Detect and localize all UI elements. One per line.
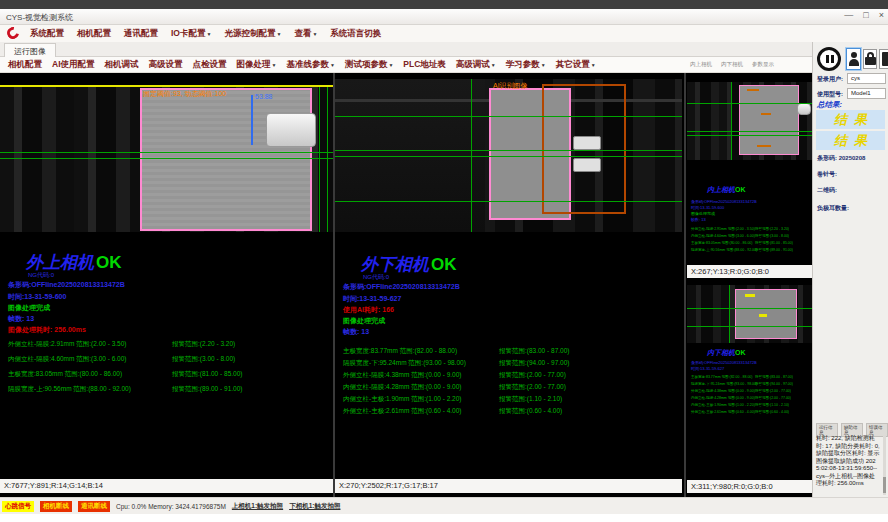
cpu-memory-readout: Cpu: 0.0% Memory: 3424.41796875M <box>116 503 226 510</box>
user-button[interactable] <box>846 48 861 70</box>
measure-line <box>731 82 732 160</box>
time-label: 时间:13-31-59-627 <box>691 366 724 371</box>
measure-line <box>687 135 812 136</box>
window-title: CYS-视觉检测系统 <box>6 12 73 23</box>
toolbar-item-baseline-params[interactable]: 基准线参数▼ <box>286 59 334 71</box>
pause-button[interactable] <box>817 47 841 71</box>
menu-item-io-config[interactable]: IO卡配置▼ <box>171 28 211 40</box>
toolbar-item-other-settings[interactable]: 其它设置▼ <box>556 59 596 71</box>
measure-line <box>729 285 730 343</box>
measure-row: 外侧立柱-主极:2.61mm 范围:(0.60 - 4.00) <box>343 407 461 416</box>
chevron-down-icon: ▼ <box>312 31 317 37</box>
toolbar-item-learning-params[interactable]: 学习参数▼ <box>506 59 546 71</box>
barcode-field-label: 条形码: 20250208 <box>817 154 865 163</box>
upper-camera-trigger-link[interactable]: 上相机1:触发拍照 <box>232 502 283 511</box>
menu-item-camera-config[interactable]: 相机配置 <box>77 28 111 40</box>
measure-row: 隔膜宽度-下:95.24mm 范围:(93.00 - 98.00) <box>343 359 466 368</box>
alarm-range: 报警范围:(89.00 - 91.00) <box>172 385 242 394</box>
statusbar: 心跳信号 相机断线 通讯断线 Cpu: 0.0% Memory: 3424.41… <box>0 497 888 514</box>
measure-row: 内侧立柱-隔膜:4.28mm 范围:(0.00 - 9.00) <box>691 396 755 400</box>
ai-elapsed-label: 使用AI耗时: 166 <box>343 305 394 315</box>
close-button[interactable]: × <box>879 10 884 20</box>
measure-row: 外侧立柱-隔膜:4.38mm 范围:(0.00 - 9.00) <box>691 389 755 393</box>
overlay-mark <box>747 89 759 91</box>
lock-button[interactable] <box>863 49 877 69</box>
titlebar: CYS-视觉检测系统 — □ × <box>0 9 888 25</box>
model-field[interactable]: Model1 <box>847 88 886 99</box>
barcode-label: 条形码:OFFline2025020813313472B <box>691 199 757 204</box>
toolbar-item-spot-check[interactable]: 点检设置 <box>193 59 227 71</box>
result-ok-badge: OK <box>96 253 122 272</box>
overlay-mark <box>759 314 767 317</box>
toolbar-item-test-params[interactable]: 测试项参数▼ <box>345 59 393 71</box>
menu-item-comm-config[interactable]: 通讯配置 <box>124 28 158 40</box>
alarm-range: 报警范围:(81.00 - 85.00) <box>172 370 242 379</box>
toolbar-item-camera-debug[interactable]: 相机调试 <box>105 59 139 71</box>
pixel-coords-readout: X:7677;Y:891;R:14;G:14;B:14 <box>0 479 333 493</box>
measure-row: 内侧立柱-隔膜:4.60mm 范围:(3.00 - 6.00) <box>691 234 755 238</box>
measure-line <box>327 87 328 232</box>
model-label: 使用型号: <box>817 90 843 99</box>
exit-button[interactable] <box>879 49 888 69</box>
log-scrollbar-thumb[interactable] <box>883 477 886 493</box>
alarm-range: 报警范围:(2.20 - 3.20) <box>172 340 235 349</box>
lower-camera-trigger-link[interactable]: 下相机1:触发拍照 <box>289 502 340 511</box>
desktop-background <box>0 0 888 9</box>
time-label: 时间:13-31-59-627 <box>343 294 401 304</box>
needle-number-label: 卷针号: <box>817 170 837 179</box>
toolbar-item-advanced-settings[interactable]: 高级设置 <box>149 59 183 71</box>
maximize-button[interactable]: □ <box>863 10 868 20</box>
camera-thumb-inner-upper[interactable]: 内上相机OK 条形码:OFFline2025020813313472B 时间:1… <box>687 73 812 279</box>
process-status-label: 图像处理完成 <box>691 211 715 216</box>
measure-row: 外侧立柱-隔膜:4.38mm 范围:(0.00 - 9.00) <box>343 371 461 380</box>
pixel-coords-readout: X:311;Y:980;R:0;G:0;B:0 <box>687 480 812 493</box>
minimize-button[interactable]: — <box>844 10 853 20</box>
elapsed-label: 图像处理耗时: 256.00ms <box>8 325 86 335</box>
chevron-down-icon: ▼ <box>541 62 546 68</box>
measure-row: 外侧立柱-主极:2.61mm 范围:(0.60 - 4.00) <box>691 410 755 414</box>
sidebar: 登录用户: cys 使用型号: Model1 总结果: 结果 结果 条形码: 2… <box>812 42 888 497</box>
tab-run-image[interactable]: 运行图像 <box>4 43 56 57</box>
toolbar-item-advanced-debug[interactable]: 高级调试▼ <box>456 59 496 71</box>
log-scrollbar[interactable] <box>883 435 886 495</box>
measure-line-blue <box>251 95 253 145</box>
toolbar-item-ai-config[interactable]: AI使用配置 <box>52 59 95 71</box>
toolbar-item-plc-address[interactable]: PLC地址表 <box>403 59 446 71</box>
toolbar-item-image-processing[interactable]: 图像处理▼ <box>237 59 277 71</box>
measure-line <box>0 152 333 153</box>
login-user-field[interactable]: cys <box>847 73 886 84</box>
camera-view-outer-upper[interactable]: 53.88 固定阈值:93, 动态阈值:100 外上相机OK NG代码:0 条形… <box>0 73 333 497</box>
log-output: 耗时: 222, 缺陷检测耗时: 17, 缺陷分类耗时: 0, 缺陷提取分区耗时… <box>816 435 880 488</box>
menu-item-system-config[interactable]: 系统配置 <box>30 28 64 40</box>
menu-item-light-config[interactable]: 光源控制配置▼ <box>224 28 281 40</box>
menubar: 系统配置 相机配置 通讯配置 IO卡配置▼ 光源控制配置▼ 查看▼ 系统语言切换 <box>0 25 888 42</box>
overlay-mark <box>761 113 771 115</box>
chevron-down-icon: ▼ <box>206 31 211 37</box>
tab-bar: 运行图像 <box>0 42 812 57</box>
measure-line <box>335 156 682 157</box>
alarm-range: 报警范围:(83.00 - 87.00) <box>499 347 569 356</box>
camera-view-outer-lower[interactable]: AI识别图像 外下相机OK NG代码:0 条形码:OFFline20250208… <box>335 73 682 497</box>
result-display-2: 结果 <box>816 131 885 150</box>
menu-item-language-switch[interactable]: 系统语言切换 <box>330 28 381 40</box>
alarm-range: 报警范围:(1.10 - 2.10) <box>499 395 562 404</box>
alarm-range: 报警范围:(3.00 - 8.00) <box>172 355 235 364</box>
thumb-column-caption: 内上相机 内下相机 参数显示 <box>690 61 774 68</box>
barcode-label: 条形码:OFFline2025020813313472B <box>8 280 125 290</box>
camera-result-title: 内上相机OK <box>707 185 746 195</box>
toolbar-item-camera-config[interactable]: 相机配置 <box>8 59 42 71</box>
measure-value-label: 53.88 <box>255 93 273 100</box>
alarm-range: 报警范围:(1.10 - 2.10) <box>755 403 789 407</box>
person-icon <box>849 59 859 66</box>
camera-thumb-inner-lower[interactable]: 内下相机OK 条形码:OFFline2025020813313472B 时间:1… <box>687 280 812 497</box>
measure-row: 隔膜宽度-下:95.24mm 范围:(93.00 - 98.00) <box>691 382 757 386</box>
time-label: 时间:13-31-59-600 <box>691 205 724 210</box>
threshold-overlay-label: 固定阈值:93, 动态阈值:100 <box>143 89 226 99</box>
chevron-down-icon: ▼ <box>388 62 393 68</box>
chevron-down-icon: ▼ <box>591 62 596 68</box>
menu-item-view[interactable]: 查看▼ <box>294 28 317 40</box>
chevron-down-icon: ▼ <box>491 62 496 68</box>
alarm-range: 报警范围:(2.00 - 77.00) <box>755 396 791 400</box>
alarm-range: 报警范围:(83.00 - 87.00) <box>755 375 793 379</box>
heartbeat-status-badge: 心跳信号 <box>2 501 34 512</box>
